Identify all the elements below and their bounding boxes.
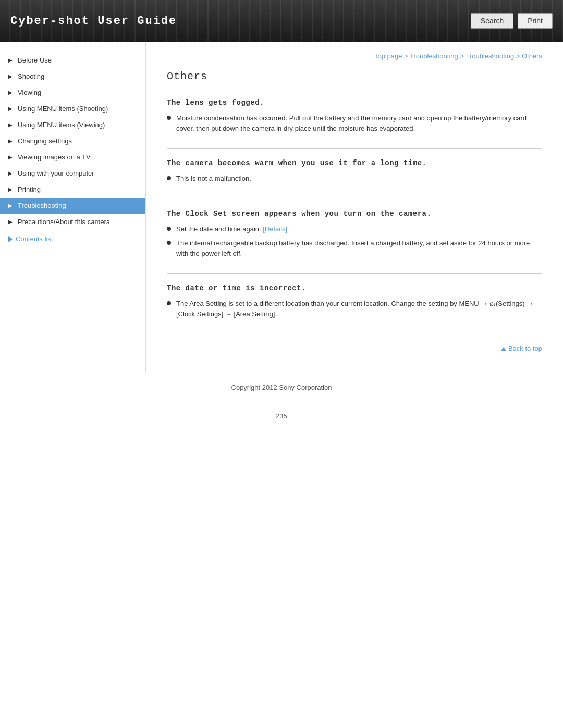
section-camera-warm: The camera becomes warm when you use it … <box>167 159 542 199</box>
arrow-icon: ▶ <box>8 219 15 225</box>
sidebar-item-using-computer[interactable]: ▶ Using with your computer <box>0 165 145 181</box>
arrow-icon: ▶ <box>8 138 15 144</box>
breadcrumb-separator: > <box>404 52 410 60</box>
footer: Copyright 2012 Sony Corporation 235 <box>0 373 563 430</box>
sidebar-item-viewing[interactable]: ▶ Viewing <box>0 84 145 101</box>
list-item: The Area Setting is set to a different l… <box>167 299 542 319</box>
sidebar-item-label: Viewing images on a TV <box>18 153 91 161</box>
back-to-top: Back to top <box>167 344 542 352</box>
section-title-lens-fogged: The lens gets fogged. <box>167 98 542 107</box>
section-title-camera-warm: The camera becomes warm when you use it … <box>167 159 542 167</box>
copyright: Copyright 2012 Sony Corporation <box>0 373 563 412</box>
sidebar-item-label: Troubleshooting <box>18 202 66 209</box>
section-lens-fogged: The lens gets fogged. Moisture condensat… <box>167 98 542 149</box>
bullet-icon <box>167 241 171 245</box>
bullet-text: The Area Setting is set to a different l… <box>176 299 542 319</box>
sidebar-item-label: Using MENU items (Viewing) <box>18 121 105 129</box>
details-link[interactable]: [Details] <box>263 225 287 233</box>
sidebar-item-label: Using with your computer <box>18 169 94 177</box>
page-title: Others <box>167 70 542 88</box>
bullet-icon <box>167 176 171 180</box>
bullet-list: Set the date and time again. [Details] T… <box>167 224 542 259</box>
arrow-icon: ▶ <box>8 73 15 79</box>
sidebar-item-label: Viewing <box>18 89 41 96</box>
bullet-text: The internal rechargeable backup battery… <box>176 238 542 258</box>
sidebar-item-printing[interactable]: ▶ Printing <box>0 181 145 198</box>
section-date-incorrect: The date or time is incorrect. The Area … <box>167 284 542 334</box>
list-item: This is not a malfunction. <box>167 174 542 184</box>
breadcrumb-current: Others <box>522 52 542 60</box>
sidebar: ▶ Before Use ▶ Shooting ▶ Viewing ▶ Usin… <box>0 42 146 373</box>
bullet-icon <box>167 227 171 231</box>
header-actions: Search Print <box>471 13 553 29</box>
arrow-icon: ▶ <box>8 187 15 192</box>
bullet-icon <box>167 116 171 120</box>
arrow-icon: ▶ <box>8 170 15 176</box>
sidebar-item-before-use[interactable]: ▶ Before Use <box>0 52 145 68</box>
sidebar-item-precautions[interactable]: ▶ Precautions/About this camera <box>0 214 145 230</box>
breadcrumb-link-top[interactable]: Top page <box>374 52 402 60</box>
bullet-list: This is not a malfunction. <box>167 174 542 184</box>
header: Cyber-shot User Guide Search Print <box>0 0 563 42</box>
bullet-text: This is not a malfunction. <box>176 174 251 184</box>
back-to-top-link[interactable]: Back to top <box>501 344 542 352</box>
sidebar-item-label: Changing settings <box>18 137 72 145</box>
list-item: The internal rechargeable backup battery… <box>167 238 542 258</box>
bullet-list: Moisture condensation has occurred. Pull… <box>167 113 542 133</box>
bullet-text: Moisture condensation has occurred. Pull… <box>176 113 542 133</box>
sidebar-item-changing-settings[interactable]: ▶ Changing settings <box>0 133 145 149</box>
breadcrumb-link-troubleshooting2[interactable]: Troubleshooting <box>466 52 514 60</box>
list-item: Set the date and time again. [Details] <box>167 224 542 235</box>
section-clock-set: The Clock Set screen appears when you tu… <box>167 209 542 274</box>
arrow-icon: ▶ <box>8 57 15 63</box>
sidebar-item-label: Shooting <box>18 72 44 80</box>
bullet-list: The Area Setting is set to a different l… <box>167 299 542 319</box>
sidebar-item-viewing-tv[interactable]: ▶ Viewing images on a TV <box>0 149 145 165</box>
arrow-icon: ▶ <box>8 154 15 160</box>
bullet-icon <box>167 301 171 305</box>
sidebar-item-label: Printing <box>18 186 41 193</box>
breadcrumb-separator: > <box>460 52 466 60</box>
sidebar-item-label: Before Use <box>18 56 52 64</box>
sidebar-item-using-menu-shooting[interactable]: ▶ Using MENU items (Shooting) <box>0 101 145 117</box>
breadcrumb-separator: > <box>516 52 522 60</box>
arrow-right-icon <box>8 236 13 242</box>
arrow-icon: ▶ <box>8 90 15 95</box>
app-title: Cyber-shot User Guide <box>10 15 177 28</box>
back-to-top-label: Back to top <box>508 344 542 352</box>
main-content: Top page > Troubleshooting > Troubleshoo… <box>146 42 563 373</box>
sidebar-item-label: Precautions/About this camera <box>18 218 110 226</box>
sidebar-item-shooting[interactable]: ▶ Shooting <box>0 68 145 84</box>
search-button[interactable]: Search <box>471 13 513 29</box>
print-button[interactable]: Print <box>518 13 553 29</box>
contents-list-link[interactable]: Contents list <box>0 230 145 248</box>
contents-list-label: Contents list <box>16 235 53 243</box>
section-title-clock-set: The Clock Set screen appears when you tu… <box>167 209 542 218</box>
breadcrumb-link-troubleshooting1[interactable]: Troubleshooting <box>410 52 458 60</box>
list-item: Moisture condensation has occurred. Pull… <box>167 113 542 133</box>
breadcrumb: Top page > Troubleshooting > Troubleshoo… <box>167 52 542 60</box>
settings-icon: 🗂 <box>489 299 496 309</box>
page-number: 235 <box>0 412 563 430</box>
section-title-date-incorrect: The date or time is incorrect. <box>167 284 542 292</box>
arrow-icon: ▶ <box>8 203 15 208</box>
page-body: ▶ Before Use ▶ Shooting ▶ Viewing ▶ Usin… <box>0 42 563 373</box>
sidebar-item-using-menu-viewing[interactable]: ▶ Using MENU items (Viewing) <box>0 117 145 133</box>
arrow-icon: ▶ <box>8 106 15 112</box>
bullet-text: Set the date and time again. [Details] <box>176 224 287 235</box>
sidebar-item-label: Using MENU items (Shooting) <box>18 105 108 113</box>
sidebar-item-troubleshooting[interactable]: ▶ Troubleshooting <box>0 198 145 214</box>
arrow-icon: ▶ <box>8 122 15 128</box>
triangle-up-icon <box>501 347 506 351</box>
